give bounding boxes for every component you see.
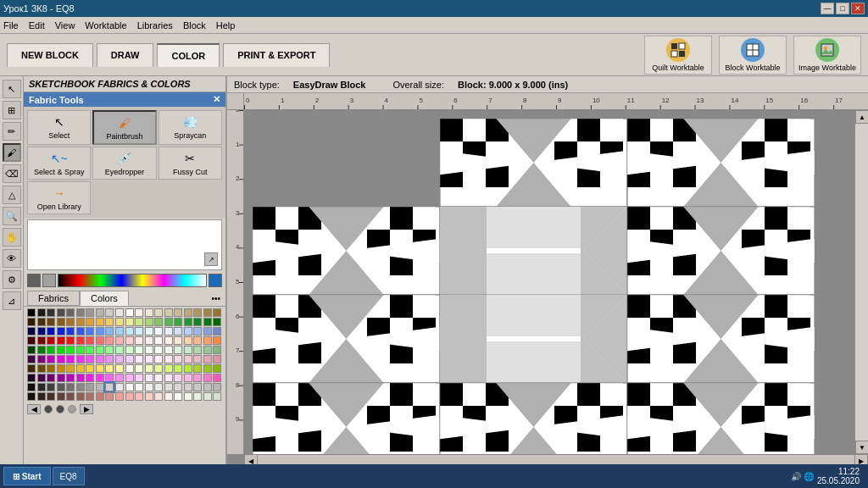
palette-swatch-88[interactable] — [105, 346, 114, 354]
palette-swatch-142[interactable] — [47, 374, 55, 382]
palette-swatch-168[interactable] — [105, 383, 114, 391]
palette-swatch-59[interactable] — [213, 327, 221, 336]
palette-swatch-108[interactable] — [105, 355, 114, 363]
palette-swatch-104[interactable] — [66, 355, 75, 363]
palette-swatch-181[interactable] — [37, 392, 46, 401]
palette-swatch-190[interactable] — [125, 392, 134, 401]
palette-swatch-67[interactable] — [96, 336, 104, 345]
palette-swatch-147[interactable] — [96, 374, 104, 382]
palette-swatch-33[interactable] — [154, 318, 163, 326]
palette-swatch-103[interactable] — [57, 355, 65, 363]
quilt-canvas[interactable] — [244, 110, 854, 454]
palette-swatch-21[interactable] — [37, 318, 46, 326]
palette-swatch-56[interactable] — [184, 327, 192, 336]
palette-swatch-172[interactable] — [145, 383, 153, 391]
palette-swatch-45[interactable] — [76, 327, 85, 336]
palette-swatch-63[interactable] — [57, 336, 65, 345]
palette-swatch-31[interactable] — [135, 318, 143, 326]
palette-swatch-105[interactable] — [76, 355, 85, 363]
palette-swatch-13[interactable] — [154, 308, 163, 317]
palette-swatch-38[interactable] — [203, 318, 212, 326]
palette-swatch-28[interactable] — [105, 318, 114, 326]
palette-swatch-114[interactable] — [164, 355, 173, 363]
palette-swatch-138[interactable] — [203, 364, 212, 373]
palette-swatch-118[interactable] — [203, 355, 212, 363]
menu-edit[interactable]: Edit — [29, 20, 45, 30]
palette-swatch-16[interactable] — [184, 308, 192, 317]
palette-swatch-80[interactable] — [27, 346, 36, 354]
palette-swatch-95[interactable] — [174, 346, 182, 354]
palette-swatch-87[interactable] — [96, 346, 104, 354]
minimize-button[interactable]: — — [821, 3, 834, 14]
palette-swatch-166[interactable] — [86, 383, 94, 391]
tab-colors[interactable]: Colors — [80, 291, 129, 306]
palette-swatch-171[interactable] — [135, 383, 143, 391]
palette-swatch-46[interactable] — [86, 327, 94, 336]
palette-swatch-149[interactable] — [115, 374, 124, 382]
palette-swatch-176[interactable] — [184, 383, 192, 391]
palette-swatch-81[interactable] — [37, 346, 46, 354]
right-scroll-track[interactable] — [855, 124, 868, 441]
tool-eyedropper[interactable]: 💉 Eyedropper — [92, 147, 156, 180]
palette-swatch-175[interactable] — [174, 383, 182, 391]
palette-swatch-195[interactable] — [174, 392, 182, 401]
image-worktable-button[interactable]: Image Worktable — [793, 36, 861, 75]
palette-swatch-1[interactable] — [37, 308, 46, 317]
palette-swatch-32[interactable] — [145, 318, 153, 326]
left-tool-hand[interactable]: ✋ — [3, 228, 21, 247]
palette-swatch-53[interactable] — [154, 327, 163, 336]
palette-swatch-196[interactable] — [184, 392, 192, 401]
palette-swatch-55[interactable] — [174, 327, 182, 336]
palette-swatch-121[interactable] — [37, 364, 46, 373]
palette-swatch-92[interactable] — [145, 346, 153, 354]
palette-swatch-72[interactable] — [145, 336, 153, 345]
palette-swatch-14[interactable] — [164, 308, 173, 317]
palette-swatch-60[interactable] — [27, 336, 36, 345]
palette-swatch-148[interactable] — [105, 374, 114, 382]
palette-next-btn[interactable]: ▶ — [80, 404, 93, 414]
palette-swatch-139[interactable] — [213, 364, 221, 373]
palette-swatch-198[interactable] — [203, 392, 212, 401]
palette-swatch-112[interactable] — [145, 355, 153, 363]
palette-swatch-182[interactable] — [47, 392, 55, 401]
palette-swatch-12[interactable] — [145, 308, 153, 317]
tool-select-spray[interactable]: ↖~ Select & Spray — [27, 147, 91, 180]
scroll-down-btn[interactable]: ▼ — [855, 441, 868, 454]
palette-swatch-41[interactable] — [37, 327, 46, 336]
palette-swatch-40[interactable] — [27, 327, 36, 336]
palette-swatch-27[interactable] — [96, 318, 104, 326]
color-swatch-mid[interactable] — [42, 274, 56, 287]
left-tool-eye[interactable]: 👁 — [3, 249, 21, 268]
palette-swatch-52[interactable] — [145, 327, 153, 336]
palette-swatch-163[interactable] — [57, 383, 65, 391]
palette-swatch-10[interactable] — [125, 308, 134, 317]
palette-swatch-188[interactable] — [105, 392, 114, 401]
palette-swatch-9[interactable] — [115, 308, 124, 317]
palette-swatch-15[interactable] — [174, 308, 182, 317]
palette-swatch-47[interactable] — [96, 327, 104, 336]
tool-spraycan[interactable]: 💨 Spraycan — [159, 110, 222, 145]
palette-swatch-74[interactable] — [164, 336, 173, 345]
palette-swatch-23[interactable] — [57, 318, 65, 326]
palette-swatch-191[interactable] — [135, 392, 143, 401]
palette-swatch-66[interactable] — [86, 336, 94, 345]
palette-swatch-6[interactable] — [86, 308, 94, 317]
left-tool-arrow[interactable]: ↖ — [3, 80, 21, 98]
palette-swatch-76[interactable] — [184, 336, 192, 345]
menu-libraries[interactable]: Libraries — [137, 20, 173, 30]
palette-swatch-84[interactable] — [66, 346, 75, 354]
palette-swatch-89[interactable] — [115, 346, 124, 354]
palette-swatch-86[interactable] — [86, 346, 94, 354]
palette-swatch-98[interactable] — [203, 346, 212, 354]
palette-swatch-49[interactable] — [115, 327, 124, 336]
palette-swatch-157[interactable] — [193, 374, 202, 382]
left-tool-zoom[interactable]: 🔍 — [3, 207, 21, 225]
color-swatch-dark[interactable] — [27, 274, 41, 287]
palette-swatch-106[interactable] — [86, 355, 94, 363]
palette-swatch-165[interactable] — [76, 383, 85, 391]
palette-swatch-110[interactable] — [125, 355, 134, 363]
palette-swatch-30[interactable] — [125, 318, 134, 326]
tool-select[interactable]: ↖ Select — [27, 110, 91, 145]
palette-swatch-133[interactable] — [154, 364, 163, 373]
menu-worktable[interactable]: Worktable — [85, 20, 126, 30]
